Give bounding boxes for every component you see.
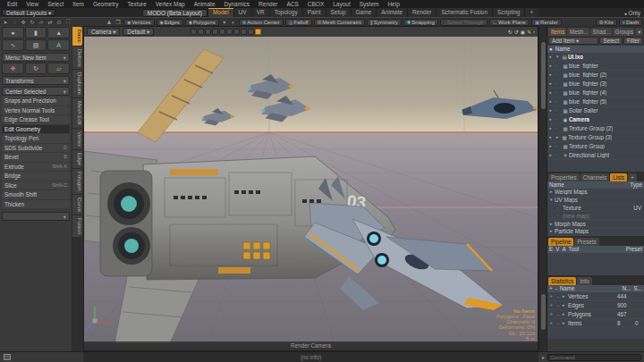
menu-view[interactable]: View <box>22 0 42 8</box>
shrink-selection-button[interactable]: - <box>555 292 562 300</box>
toolbox-extra-dropdown[interactable]: ▾ <box>2 212 70 221</box>
transforms-section[interactable]: Transforms ▾ <box>2 76 70 85</box>
toolbox-item-thicken[interactable]: Thicken <box>2 200 70 209</box>
tab-presets[interactable]: Presets <box>574 238 598 246</box>
items-mode-icon[interactable]: ♟ <box>106 19 113 25</box>
modo-beta-layout-button[interactable]: MODO (Beta Layout) <box>142 9 208 17</box>
expand-selection-button[interactable]: + <box>547 310 555 318</box>
command-input[interactable] <box>547 354 641 361</box>
toolbox-item-edge-crease-tool[interactable]: Edge Crease Tool <box>2 115 70 124</box>
select-filter-button[interactable]: Select <box>599 37 623 45</box>
viewport-toggle-active[interactable] <box>255 29 261 35</box>
tab-info[interactable]: Info <box>577 277 592 285</box>
zoom-icon[interactable]: ◉ <box>521 29 525 35</box>
orbit-icon[interactable]: ↻ <box>508 29 513 35</box>
3d-viewport[interactable]: Camera ▾ Default ▾ ↻ ↺ ◉ <box>83 26 538 351</box>
eye-icon[interactable]: ● <box>549 72 555 77</box>
menu-dynamics[interactable]: Dynamics <box>221 0 254 8</box>
eye-icon[interactable]: ● <box>549 63 555 68</box>
cone-primitive-button[interactable]: ▲ <box>47 27 70 38</box>
item-row-texture-group[interactable]: ●–▩Texture Group <box>547 142 644 151</box>
add-item-button[interactable]: Add Item ▾ <box>548 37 598 45</box>
polygons-mode-button[interactable]: ◈Polygons <box>185 19 219 26</box>
tab-pipeline[interactable]: Pipeline <box>548 238 573 246</box>
shrink-selection-button[interactable]: - <box>555 301 562 309</box>
stat-row-items[interactable]: +-►Items80 <box>547 319 644 328</box>
stat-row-polygons[interactable]: +-►Polygons467 <box>547 310 644 319</box>
viewport-toggle-5[interactable] <box>219 29 225 35</box>
dash-button[interactable]: ●Dash <box>619 19 642 26</box>
eye-icon[interactable]: ● <box>549 153 555 157</box>
toolbox-tab-duplicate[interactable]: Duplicate <box>72 70 82 97</box>
center-selected-section[interactable]: Center Selected ▾ <box>2 87 70 96</box>
menu-texture[interactable]: Texture <box>123 0 149 8</box>
eye-icon[interactable]: ● <box>549 55 555 59</box>
toolbox-tab-curve[interactable]: Curve <box>72 195 82 215</box>
layout-tab-vr[interactable]: VR <box>251 8 269 17</box>
item-mode-dropdown-icon[interactable]: ▾ <box>221 19 228 25</box>
viewport-more-icon[interactable]: › <box>533 29 535 35</box>
toolbox-item-slice[interactable]: SliceShift-C <box>2 181 70 190</box>
layout-tab-model[interactable]: Model <box>208 8 233 17</box>
cloth-tool-button[interactable]: ▧ <box>25 39 47 51</box>
item-row-blue-fighter-3[interactable]: ●–▦blue_fighter (3) <box>547 80 644 88</box>
eye-icon[interactable]: ● <box>549 144 555 148</box>
list-row-weight-maps[interactable]: ►Weight Maps <box>547 189 644 197</box>
eye-icon[interactable]: ● <box>549 90 555 95</box>
tab-channels[interactable]: Channels <box>580 173 610 181</box>
toolbox-item-bridge[interactable]: Bridge <box>2 172 70 181</box>
work-plane-button[interactable]: ∟Work Plane <box>489 19 530 26</box>
eye-icon[interactable]: ● <box>549 126 555 130</box>
list-row-texture[interactable]: –TextureUV <box>547 205 644 213</box>
menu-vertex-map[interactable]: Vertex Map <box>152 0 189 8</box>
item-row-solar-sailer[interactable]: ●–▦Solar Sailer <box>547 106 644 115</box>
list-row-morph-maps[interactable]: ►Morph Maps <box>547 220 644 228</box>
layout-tab-setup[interactable]: Setup <box>326 8 351 17</box>
eye-icon[interactable]: ● <box>549 81 555 86</box>
eye-icon[interactable]: ● <box>549 108 555 113</box>
toolbox-tab-polygon[interactable]: Polygon <box>72 169 82 194</box>
stat-row-vertices[interactable]: +-►Vertices444 <box>547 292 644 301</box>
menu-system[interactable]: System <box>356 0 383 8</box>
sphere-primitive-button[interactable]: ● <box>2 27 24 38</box>
tab-properties[interactable]: Properties <box>548 173 580 181</box>
viewport-toggle-1[interactable] <box>191 29 197 35</box>
toolbox-tab-mesh-edit[interactable]: Mesh Edit <box>72 98 82 128</box>
toolbox-tab-deform[interactable]: Deform <box>72 46 82 70</box>
toolbox-item-snaps-precision[interactable]: Snaps and Precision <box>2 97 70 105</box>
tab-shading[interactable]: Shad... <box>590 28 612 36</box>
layout-tab-add[interactable]: + <box>524 8 538 17</box>
kits-button[interactable]: ⚙Kits <box>596 19 617 26</box>
filter-button[interactable]: Filter <box>623 37 643 45</box>
viewport-toggle-7[interactable] <box>233 29 240 35</box>
element-tool-icon[interactable]: ⊙ <box>55 19 63 25</box>
toolbox-item-extrude[interactable]: ExtrudeShift-X <box>2 163 70 172</box>
toolbox-item-vertex-normal-tools[interactable]: Vertex Normal Tools <box>2 106 70 115</box>
item-row-texture-group-3[interactable]: ●►▩Texture Group (3) <box>547 133 644 142</box>
curve-tool-button[interactable]: ∿ <box>2 39 24 51</box>
viewport-camera-dropdown[interactable]: Camera ▾ <box>87 28 120 36</box>
lasso-tool-icon[interactable]: ◌ <box>11 20 18 25</box>
toolbox-item-edit-geometry[interactable]: Edit Geometry <box>2 125 70 134</box>
rotate-axis-button[interactable]: ↻ <box>25 63 47 74</box>
eye-icon[interactable]: ● <box>549 117 555 122</box>
tab-add-panel[interactable]: + <box>628 173 637 181</box>
list-row-uv-maps[interactable]: ▼UV Maps <box>547 197 644 205</box>
toolbox-item-bevel[interactable]: BevelB <box>2 153 70 162</box>
text-tool-button[interactable]: A <box>47 39 70 51</box>
snapping-button[interactable]: ✚Snapping <box>403 19 438 26</box>
expander-icon[interactable]: ► <box>562 319 568 327</box>
symmetry-button[interactable]: ∥Symmetry <box>367 19 402 26</box>
shrink-selection-button[interactable]: - <box>555 310 562 318</box>
item-row-texture-group-2[interactable]: ●–▩Texture Group (2) <box>547 124 644 133</box>
globe-icon[interactable]: ◐ <box>230 20 237 25</box>
expand-selection-button[interactable]: + <box>547 301 555 309</box>
tab-overflow-dropdown[interactable]: ▾ <box>635 28 643 36</box>
menu-render[interactable]: Render <box>255 0 281 8</box>
shrink-selection-button[interactable]: - <box>555 319 562 327</box>
pen-icon[interactable]: ✎ <box>527 29 531 35</box>
render-button[interactable]: ▣Render <box>531 19 562 26</box>
tab-statistics[interactable]: Statistics <box>548 277 576 285</box>
layout-tab-paint[interactable]: Paint <box>302 8 326 17</box>
layout-tab-uv[interactable]: UV <box>233 8 251 17</box>
